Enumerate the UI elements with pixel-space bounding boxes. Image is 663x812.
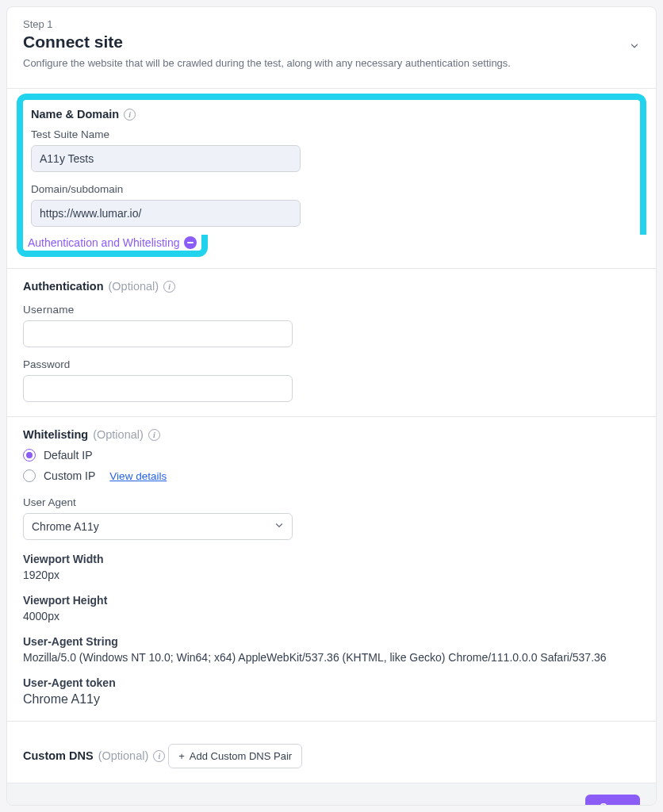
add-custom-dns-button[interactable]: + Add Custom DNS Pair <box>168 744 302 768</box>
page-title: Connect site <box>23 33 640 52</box>
ua-token-value: Chrome A11y <box>23 692 640 707</box>
card-header: Step 1 Connect site Configure the websit… <box>7 7 656 88</box>
auth-whitelist-label: Authentication and Whitelisting <box>28 236 179 249</box>
info-icon[interactable]: i <box>163 281 175 293</box>
user-agent-label: User Agent <box>23 496 640 508</box>
authentication-optional: (Optional) <box>109 280 159 293</box>
username-input[interactable] <box>23 320 293 347</box>
radio-default-ip-label: Default IP <box>44 449 92 462</box>
authentication-title-row: Authentication (Optional) i <box>23 280 175 293</box>
info-icon[interactable]: i <box>124 109 136 121</box>
ua-token-label: User-Agent token <box>23 676 640 689</box>
radio-default-ip[interactable] <box>23 449 36 462</box>
viewport-width-value: 1920px <box>23 569 640 581</box>
custom-dns-title: Custom DNS <box>23 749 94 762</box>
info-icon[interactable]: i <box>153 750 165 762</box>
radio-custom-ip-row[interactable]: Custom IP View details <box>23 469 640 482</box>
name-domain-title: Name & Domain <box>31 108 119 121</box>
custom-dns-title-row: Custom DNS (Optional) i <box>23 749 165 762</box>
chevron-down-icon <box>629 40 640 52</box>
whitelisting-title: Whitelisting <box>23 428 88 441</box>
radio-custom-ip[interactable] <box>23 469 36 482</box>
viewport-height-label: Viewport Height <box>23 594 640 607</box>
name-domain-section: Name & Domain i Test Suite Name Domain/s… <box>7 88 656 268</box>
save-button[interactable]: Save <box>585 795 640 806</box>
whitelisting-section: Whitelisting (Optional) i Default IP Cus… <box>7 416 656 721</box>
authentication-title: Authentication <box>23 280 104 293</box>
info-icon[interactable]: i <box>148 429 160 441</box>
radio-custom-ip-label: Custom IP <box>44 469 95 482</box>
collapse-minus-icon <box>184 236 197 249</box>
ua-string-value: Mozilla/5.0 (Windows NT 10.0; Win64; x64… <box>23 651 640 664</box>
step-card: Step 1 Connect site Configure the websit… <box>6 6 657 806</box>
highlight-box: Name & Domain i Test Suite Name Domain/s… <box>17 94 646 235</box>
footer: Save <box>7 783 656 806</box>
viewport-width-label: Viewport Width <box>23 553 640 565</box>
whitelisting-optional: (Optional) <box>93 428 144 441</box>
domain-label: Domain/subdomain <box>31 183 632 195</box>
radio-default-ip-row[interactable]: Default IP <box>23 449 640 462</box>
username-label: Username <box>23 304 640 316</box>
user-agent-select-wrap <box>23 513 293 540</box>
page-subtitle: Configure the website that will be crawl… <box>23 56 640 71</box>
view-details-link[interactable]: View details <box>109 470 167 482</box>
test-suite-name-input[interactable] <box>31 145 301 172</box>
password-input[interactable] <box>23 375 293 402</box>
test-suite-name-label: Test Suite Name <box>31 128 632 140</box>
domain-input[interactable] <box>31 200 301 227</box>
auth-whitelist-toggle[interactable]: Authentication and Whitelisting <box>17 235 208 257</box>
name-domain-title-row: Name & Domain i <box>31 108 136 121</box>
custom-dns-optional: (Optional) <box>98 749 149 762</box>
step-label: Step 1 <box>23 18 640 30</box>
user-agent-select[interactable] <box>23 513 293 540</box>
plus-icon: + <box>178 750 185 762</box>
whitelisting-title-row: Whitelisting (Optional) i <box>23 428 160 441</box>
collapse-toggle[interactable] <box>629 40 640 54</box>
add-custom-dns-label: Add Custom DNS Pair <box>190 750 292 762</box>
custom-dns-section: Custom DNS (Optional) i + Add Custom DNS… <box>7 721 656 783</box>
password-label: Password <box>23 358 640 370</box>
ua-string-label: User-Agent String <box>23 635 640 648</box>
authentication-section: Authentication (Optional) i Username Pas… <box>7 268 656 416</box>
viewport-height-value: 4000px <box>23 610 640 622</box>
